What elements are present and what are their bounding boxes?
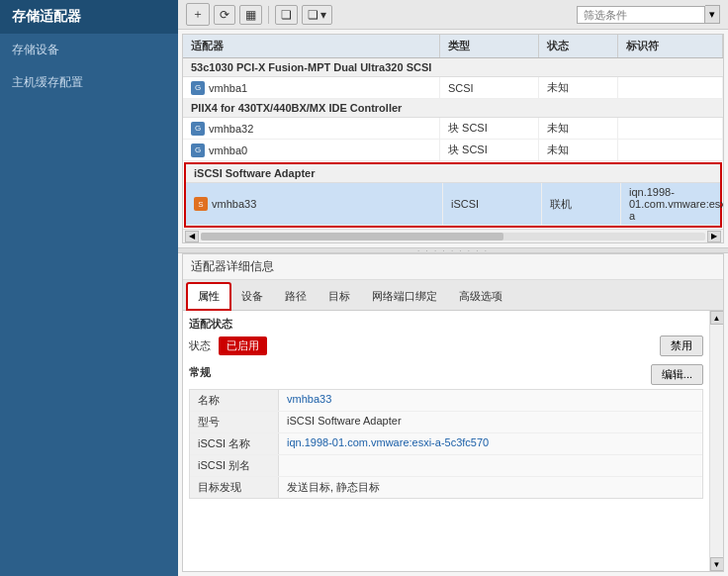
horizontal-scroll-track	[201, 233, 705, 240]
more-button[interactable]: ❏ ▾	[302, 5, 332, 25]
scroll-up-button[interactable]: ▲	[710, 311, 724, 325]
adapter-table: 适配器 类型 状态 标识符 53c1030 PCI-X Fusion-MPT D…	[182, 34, 724, 243]
adapter-identifier-vmhba1	[618, 77, 723, 98]
adapter-name-vmhba1: G vmhba1	[183, 77, 440, 98]
sidebar-title: 存储适配器	[0, 0, 178, 34]
adapter-type-vmhba33: iSCSI	[443, 183, 542, 225]
refresh-button[interactable]: ⟳	[214, 5, 235, 25]
details-content: 适配状态 状态 已启用 禁用 常规 编辑...	[183, 311, 709, 571]
horizontal-scroll-thumb	[201, 233, 503, 240]
iscsi-adapter-icon: S	[194, 197, 208, 211]
tab-paths[interactable]: 路径	[274, 283, 318, 310]
adapter-status-vmhba32: 未知	[539, 118, 618, 139]
table-row[interactable]: G vmhba1 SCSI 未知	[183, 77, 723, 99]
edit-button[interactable]: 编辑...	[651, 364, 703, 385]
status-badge: 已启用	[219, 336, 267, 355]
field-value-iscsi-alias	[279, 455, 702, 476]
add-button[interactable]: ＋	[186, 3, 210, 26]
general-header-row: 常规 编辑...	[189, 364, 703, 385]
dropdown-arrow-icon: ▾	[320, 8, 326, 22]
details-title: 适配器详细信息	[183, 254, 723, 280]
copy-icon: ❏	[281, 8, 292, 22]
table-row[interactable]: G vmhba0 块 SCSI 未知	[183, 140, 723, 161]
adapter-identifier-vmhba32	[618, 118, 723, 139]
adapter-status-title: 适配状态	[189, 317, 703, 332]
details-area: 适配器详细信息 属性 设备 路径 目标 网络端口绑定 高级选项 适配状态 状态 …	[182, 253, 724, 572]
status-label: 状态	[189, 338, 211, 353]
table-body: 53c1030 PCI-X Fusion-MPT Dual Ultra320 S…	[183, 58, 723, 229]
field-label-target-discovery: 目标发现	[190, 477, 279, 498]
info-row-iscsi-name: iSCSI 名称 iqn.1998-01.com.vmware:esxi-a-5…	[190, 433, 702, 455]
field-label-model: 型号	[190, 412, 279, 432]
adapter-status-block: 适配状态 状态 已启用 禁用	[189, 317, 703, 356]
field-value-iscsi-name: iqn.1998-01.com.vmware:esxi-a-5c3fc570	[279, 433, 702, 454]
adapter-identifier-vmhba33: iqn.1998-01.com.vmware:esxi-a	[621, 183, 723, 225]
tab-devices[interactable]: 设备	[230, 283, 274, 310]
col-status: 状态	[539, 35, 618, 57]
general-block: 常规 编辑... 名称 vmhba33 型号 iSCSI Software Ad…	[189, 364, 703, 499]
field-value-model: iSCSI Software Adapter	[279, 412, 702, 432]
adapter-icon: G	[191, 122, 205, 136]
more-icon: ❏	[308, 8, 318, 22]
info-row-model: 型号 iSCSI Software Adapter	[190, 412, 702, 433]
filter-wrapper: ▾	[577, 5, 720, 24]
adapter-type-vmhba1: SCSI	[440, 77, 539, 98]
tab-advanced[interactable]: 高级选项	[448, 283, 513, 310]
section-header-scsi: 53c1030 PCI-X Fusion-MPT Dual Ultra320 S…	[183, 58, 723, 77]
filter-dropdown-button[interactable]: ▾	[705, 5, 720, 24]
tab-network-ports[interactable]: 网络端口绑定	[361, 283, 448, 310]
adapter-type-vmhba32: 块 SCSI	[440, 118, 539, 139]
scroll-right-button[interactable]: ▶	[707, 231, 721, 242]
col-type: 类型	[440, 35, 539, 57]
field-value-name: vmhba33	[279, 390, 702, 411]
sidebar: 存储适配器 存储设备 主机缓存配置	[0, 0, 178, 576]
field-label-iscsi-name: iSCSI 名称	[190, 433, 279, 454]
field-label-name: 名称	[190, 390, 279, 411]
adapter-name-vmhba0: G vmhba0	[183, 140, 440, 160]
section-header-piix4: PIIX4 for 430TX/440BX/MX IDE Controller	[183, 99, 723, 118]
col-adapter: 适配器	[183, 35, 440, 57]
filter-input[interactable]	[577, 6, 705, 24]
adapter-status-vmhba0: 未知	[539, 140, 618, 160]
adapter-status-vmhba1: 未知	[539, 77, 618, 98]
storage-icon: ▦	[245, 8, 256, 22]
storage-button[interactable]: ▦	[239, 5, 262, 25]
sidebar-item-storage-devices[interactable]: 存储设备	[0, 34, 178, 66]
field-value-target-discovery: 发送目标, 静态目标	[279, 477, 702, 498]
adapter-identifier-vmhba0	[618, 140, 723, 160]
adapter-name-vmhba33: S vmhba33	[186, 183, 443, 225]
status-row: 状态 已启用	[189, 336, 267, 355]
toolbar-separator	[268, 6, 269, 24]
refresh-icon: ⟳	[220, 8, 229, 22]
table-header: 适配器 类型 状态 标识符	[183, 35, 723, 58]
toolbar: ＋ ⟳ ▦ ❏ ❏ ▾ ▾	[178, 0, 728, 30]
scroll-left-button[interactable]: ◀	[185, 231, 199, 242]
horizontal-scrollbar[interactable]: ◀ ▶	[183, 229, 723, 242]
tab-targets[interactable]: 目标	[318, 283, 361, 310]
field-label-iscsi-alias: iSCSI 别名	[190, 455, 279, 476]
copy-button[interactable]: ❏	[275, 5, 298, 25]
info-row-name: 名称 vmhba33	[190, 390, 702, 412]
disable-button[interactable]: 禁用	[660, 336, 703, 356]
col-identifier: 标识符	[618, 35, 723, 57]
adapter-status-row: 状态 已启用 禁用	[189, 336, 703, 356]
section-header-iscsi: iSCSI Software Adapter	[186, 164, 720, 183]
general-title: 常规	[189, 365, 211, 380]
right-scrollbar[interactable]: ▲ ▼	[709, 311, 723, 571]
main-content: ＋ ⟳ ▦ ❏ ❏ ▾ ▾ 适配器 类型 状态 标识符 53c1030 PCI-	[178, 0, 728, 576]
details-tabs: 属性 设备 路径 目标 网络端口绑定 高级选项	[183, 280, 723, 311]
adapter-icon: G	[191, 81, 205, 95]
adapter-status-vmhba33: 联机	[542, 183, 621, 225]
adapter-name-vmhba32: G vmhba32	[183, 118, 440, 139]
info-grid: 名称 vmhba33 型号 iSCSI Software Adapter iSC…	[189, 389, 703, 499]
adapter-icon: G	[191, 144, 205, 157]
details-content-wrapper: 适配状态 状态 已启用 禁用 常规 编辑...	[183, 311, 723, 571]
tab-properties[interactable]: 属性	[187, 283, 230, 310]
table-row[interactable]: G vmhba32 块 SCSI 未知	[183, 118, 723, 140]
adapter-type-vmhba0: 块 SCSI	[440, 140, 539, 160]
table-row-vmhba33[interactable]: S vmhba33 iSCSI 联机 iqn.1998-01.com.vmwar…	[186, 183, 720, 226]
scroll-down-button[interactable]: ▼	[710, 557, 724, 571]
sidebar-item-host-cache[interactable]: 主机缓存配置	[0, 66, 178, 99]
info-row-target-discovery: 目标发现 发送目标, 静态目标	[190, 477, 702, 498]
info-row-iscsi-alias: iSCSI 别名	[190, 455, 702, 477]
